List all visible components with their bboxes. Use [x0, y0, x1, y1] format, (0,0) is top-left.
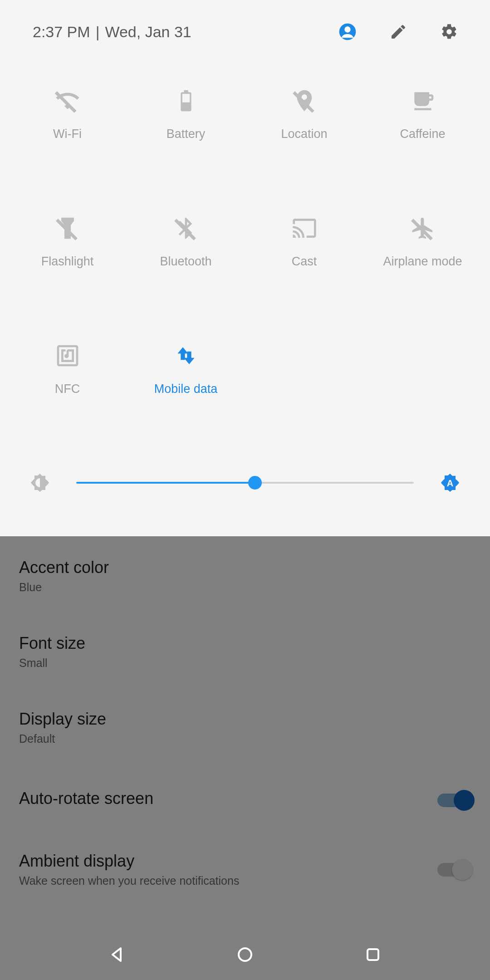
qs-header-datetime: 2:37 PM | Wed, Jan 31	[33, 23, 338, 41]
mobile-data-icon	[173, 343, 199, 368]
tile-location[interactable]: Location	[245, 88, 363, 141]
tile-label: NFC	[55, 382, 80, 396]
user-icon[interactable]	[338, 23, 357, 41]
battery-icon	[173, 88, 199, 113]
tile-label: Flashlight	[41, 255, 94, 269]
nfc-icon	[55, 343, 80, 368]
tile-caffeine[interactable]: Caffeine	[363, 88, 482, 141]
qs-header: 2:37 PM | Wed, Jan 31	[0, 0, 490, 59]
quick-settings-panel: 2:37 PM | Wed, Jan 31 Wi-Fi	[0, 0, 490, 536]
tile-label: Mobile data	[154, 382, 218, 396]
bluetooth-off-icon	[173, 216, 199, 241]
nav-back-icon[interactable]	[106, 944, 128, 965]
tile-label: Wi-Fi	[53, 127, 82, 141]
brightness-slider[interactable]	[76, 482, 414, 484]
nav-home-icon[interactable]	[234, 944, 256, 965]
airplane-off-icon	[410, 216, 436, 241]
qs-date: Wed, Jan 31	[105, 23, 191, 41]
tile-flashlight[interactable]: Flashlight	[8, 216, 127, 269]
svg-point-9	[239, 948, 251, 961]
scrim[interactable]	[0, 536, 490, 980]
cast-icon	[292, 216, 317, 241]
tile-bluetooth[interactable]: Bluetooth	[127, 216, 245, 269]
svg-rect-10	[368, 949, 378, 960]
svg-text:A: A	[447, 478, 453, 488]
tile-label: Location	[281, 127, 327, 141]
nav-bar	[0, 929, 490, 980]
svg-point-1	[344, 26, 350, 32]
edit-icon[interactable]	[389, 23, 407, 41]
tile-label: Caffeine	[400, 127, 445, 141]
tile-battery[interactable]: Battery	[127, 88, 245, 141]
settings-icon[interactable]	[440, 23, 458, 41]
svg-rect-3	[182, 94, 189, 103]
nav-recent-icon[interactable]	[362, 944, 384, 965]
brightness-row: A	[0, 472, 490, 536]
brightness-auto-icon[interactable]: A	[439, 472, 461, 494]
tile-label: Cast	[292, 255, 317, 269]
tile-mobile-data[interactable]: Mobile data	[127, 343, 245, 396]
tile-wifi[interactable]: Wi-Fi	[8, 88, 127, 141]
qs-time: 2:37 PM	[33, 23, 90, 41]
tile-nfc[interactable]: NFC	[8, 343, 127, 396]
tile-label: Bluetooth	[160, 255, 211, 269]
brightness-low-icon	[29, 472, 51, 494]
brightness-slider-thumb[interactable]	[248, 476, 262, 490]
qs-header-actions	[338, 23, 465, 41]
qs-tiles: Wi-Fi Battery Location Caffeine	[0, 59, 490, 414]
wifi-off-icon	[55, 88, 80, 113]
tile-cast[interactable]: Cast	[245, 216, 363, 269]
tile-label: Battery	[167, 127, 206, 141]
qs-sep: |	[96, 23, 100, 41]
location-off-icon	[292, 88, 317, 113]
flashlight-off-icon	[55, 216, 80, 241]
tile-airplane[interactable]: Airplane mode	[363, 216, 482, 269]
coffee-icon	[410, 88, 436, 113]
tile-label: Airplane mode	[383, 255, 462, 269]
